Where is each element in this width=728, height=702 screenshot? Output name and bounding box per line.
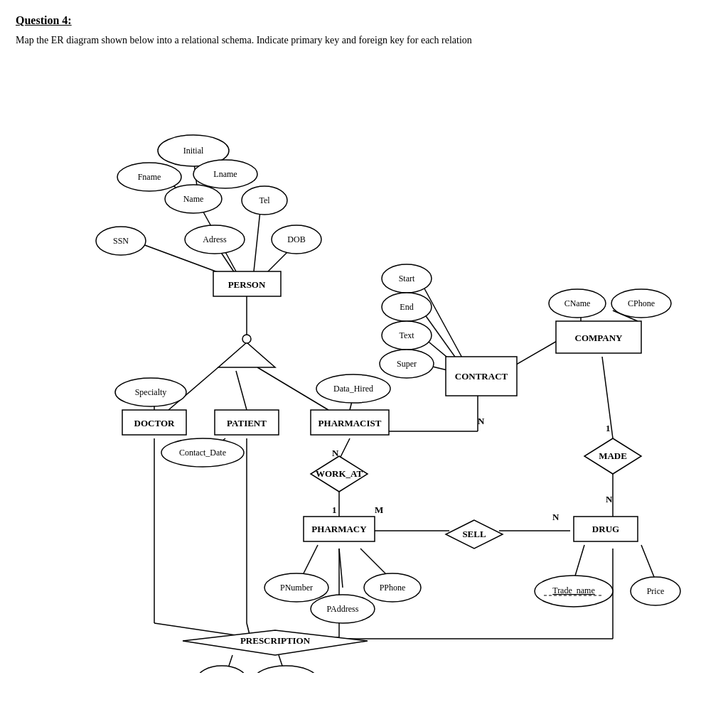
- svg-text:PATIENT: PATIENT: [227, 418, 267, 428]
- svg-text:Super: Super: [397, 359, 417, 369]
- svg-text:1: 1: [332, 504, 337, 515]
- svg-text:PRESCRIPTION: PRESCRIPTION: [240, 635, 311, 646]
- svg-text:N: N: [606, 494, 613, 504]
- question-label: Question 4:: [16, 14, 712, 27]
- svg-text:SELL: SELL: [462, 529, 486, 539]
- svg-line-33: [641, 545, 655, 580]
- svg-line-20: [421, 282, 464, 360]
- svg-text:Lname: Lname: [213, 169, 237, 179]
- svg-text:PERSON: PERSON: [228, 279, 266, 290]
- svg-text:Name: Name: [183, 194, 204, 204]
- svg-point-125: [197, 666, 247, 673]
- svg-text:PPhone: PPhone: [380, 583, 406, 593]
- svg-text:N: N: [478, 416, 485, 426]
- svg-point-55: [242, 335, 251, 343]
- svg-text:End: End: [400, 302, 413, 312]
- svg-text:1: 1: [606, 423, 611, 433]
- svg-marker-54: [218, 342, 275, 367]
- svg-text:Initial: Initial: [183, 146, 204, 156]
- question-description: Map the ER diagram shown below into a re…: [16, 33, 712, 48]
- svg-line-15: [339, 438, 350, 460]
- svg-text:Contact_Date: Contact_Date: [179, 448, 226, 458]
- svg-text:M: M: [375, 504, 383, 515]
- svg-text:DOB: DOB: [287, 234, 305, 244]
- svg-text:WORK_AT: WORK_AT: [316, 468, 363, 479]
- svg-text:PHARMACIST: PHARMACIST: [318, 418, 382, 428]
- er-diagram: M N 1 N M N N 1 PERSON DOCTOR PATIENT: [44, 62, 684, 673]
- svg-text:Tel: Tel: [259, 195, 270, 205]
- svg-text:CName: CName: [564, 298, 591, 308]
- svg-text:Start: Start: [399, 274, 415, 284]
- svg-text:CONTRACT: CONTRACT: [455, 371, 508, 382]
- svg-text:SSN: SSN: [113, 236, 129, 246]
- svg-text:PAddress: PAddress: [327, 604, 359, 614]
- page: Question 4: Map the ER diagram shown bel…: [16, 14, 712, 673]
- svg-text:PNumber: PNumber: [280, 583, 313, 593]
- svg-text:Data_Hired: Data_Hired: [333, 384, 373, 394]
- svg-text:Trade_name: Trade_name: [552, 585, 595, 595]
- svg-text:Text: Text: [399, 330, 414, 340]
- svg-text:Price: Price: [647, 586, 665, 596]
- svg-text:MADE: MADE: [599, 450, 627, 461]
- svg-text:Specialty: Specialty: [135, 387, 167, 397]
- svg-text:DRUG: DRUG: [592, 524, 619, 534]
- svg-text:PHARMACY: PHARMACY: [311, 524, 367, 534]
- svg-text:DOCTOR: DOCTOR: [134, 418, 175, 428]
- svg-point-127: [254, 666, 318, 673]
- svg-text:Adress: Adress: [203, 234, 227, 244]
- svg-line-10: [236, 371, 247, 410]
- svg-text:COMPANY: COMPANY: [575, 333, 623, 343]
- svg-text:Fname: Fname: [138, 172, 161, 182]
- svg-text:N: N: [552, 512, 560, 522]
- svg-text:CPhone: CPhone: [628, 298, 655, 308]
